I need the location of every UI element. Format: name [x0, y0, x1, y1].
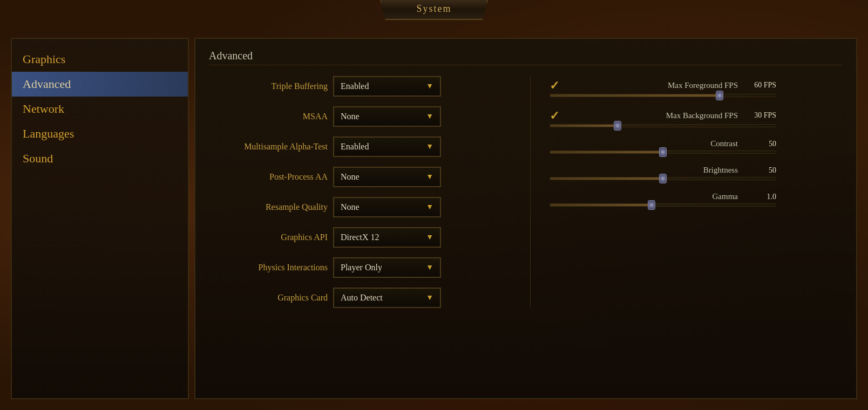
label-gamma: Gamma	[550, 192, 742, 201]
main-container: Graphics Advanced Network Languages Soun…	[11, 38, 857, 399]
slider-track-row-brightness	[550, 177, 776, 180]
slider-brightness: Brightness 50	[550, 166, 776, 180]
checkbox-background-fps[interactable]: ✓	[550, 109, 562, 122]
setting-row-physics: Physics Interactions Player Only ▼	[209, 257, 511, 278]
setting-row-post-process: Post-Process AA None ▼	[209, 167, 511, 187]
slider-fill-gamma	[550, 204, 652, 206]
checkbox-foreground-fps[interactable]: ✓	[550, 79, 562, 92]
slider-thumb-background-fps[interactable]	[614, 121, 621, 131]
slider-fill-brightness	[550, 177, 663, 180]
setting-row-graphics-card: Graphics Card Auto Detect ▼	[209, 288, 511, 308]
sidebar-item-languages[interactable]: Languages	[12, 121, 188, 146]
slider-thumb-foreground-fps[interactable]	[716, 91, 723, 100]
slider-track-gamma[interactable]	[550, 203, 776, 207]
right-panel: ✓ Max Foreground FPS 60 FPS	[550, 76, 776, 308]
sidebar-item-sound[interactable]: Sound	[12, 146, 188, 171]
dropdown-triple-buffering[interactable]: Enabled ▼	[333, 76, 441, 97]
section-title: Advanced	[209, 50, 843, 65]
label-brightness: Brightness	[550, 166, 742, 175]
label-contrast: Contrast	[550, 139, 742, 148]
sidebar-item-network[interactable]: Network	[12, 97, 188, 121]
dropdown-arrow-post-process: ▼	[426, 173, 433, 181]
slider-track-row-background	[550, 124, 776, 127]
label-graphics-api: Graphics API	[209, 233, 328, 242]
label-post-process: Post-Process AA	[209, 172, 328, 182]
slider-fill-foreground-fps	[550, 94, 720, 97]
dropdown-physics[interactable]: Player Only ▼	[333, 257, 441, 278]
slider-track-brightness[interactable]	[550, 177, 776, 180]
dropdown-arrow-multisample: ▼	[426, 142, 433, 151]
two-col-layout: Triple Buffering Enabled ▼ MSAA None ▼	[209, 76, 843, 308]
settings-grid: Triple Buffering Enabled ▼ MSAA None ▼	[209, 76, 511, 308]
slider-track-row-foreground	[550, 94, 776, 97]
title-box: System	[380, 0, 488, 20]
dropdown-graphics-card[interactable]: Auto Detect ▼	[333, 288, 441, 308]
slider-header-gamma: Gamma 1.0	[550, 192, 776, 201]
label-graphics-card: Graphics Card	[209, 293, 328, 303]
sidebar-item-advanced[interactable]: Advanced	[12, 72, 188, 97]
slider-track-row-contrast	[550, 151, 776, 154]
sidebar: Graphics Advanced Network Languages Soun…	[11, 38, 189, 399]
label-foreground-fps: Max Foreground FPS	[567, 81, 742, 90]
label-background-fps: Max Background FPS	[567, 111, 742, 120]
setting-row-triple-buffering: Triple Buffering Enabled ▼	[209, 76, 511, 97]
dropdown-resample[interactable]: None ▼	[333, 197, 441, 217]
dropdown-arrow-graphics-card: ▼	[426, 293, 433, 302]
slider-gamma: Gamma 1.0	[550, 192, 776, 207]
label-physics: Physics Interactions	[209, 263, 328, 272]
setting-row-graphics-api: Graphics API DirectX 12 ▼	[209, 227, 511, 248]
slider-fill-background-fps	[550, 125, 618, 127]
slider-header-background: ✓ Max Background FPS 30 FPS	[550, 109, 776, 122]
dropdown-arrow-resample: ▼	[426, 203, 433, 211]
dropdown-arrow-triple-buffering: ▼	[426, 82, 433, 91]
value-background-fps: 30 FPS	[747, 111, 776, 120]
value-gamma: 1.0	[747, 193, 776, 201]
dropdown-arrow-physics: ▼	[426, 263, 433, 272]
slider-thumb-brightness[interactable]	[659, 174, 667, 183]
value-foreground-fps: 60 FPS	[747, 81, 776, 90]
label-msaa: MSAA	[209, 112, 328, 121]
left-settings: Triple Buffering Enabled ▼ MSAA None ▼	[209, 76, 511, 308]
slider-fill-contrast	[550, 151, 663, 153]
slider-max-background-fps: ✓ Max Background FPS 30 FPS	[550, 109, 776, 127]
dropdown-post-process[interactable]: None ▼	[333, 167, 441, 187]
slider-header-foreground: ✓ Max Foreground FPS 60 FPS	[550, 79, 776, 92]
label-triple-buffering: Triple Buffering	[209, 81, 328, 91]
slider-contrast: Contrast 50	[550, 139, 776, 154]
slider-track-row-gamma	[550, 203, 776, 207]
dropdown-graphics-api[interactable]: DirectX 12 ▼	[333, 227, 441, 248]
setting-row-resample: Resample Quality None ▼	[209, 197, 511, 217]
sidebar-item-graphics[interactable]: Graphics	[12, 47, 188, 72]
value-brightness: 50	[747, 166, 776, 175]
dropdown-msaa[interactable]: None ▼	[333, 106, 441, 127]
slider-track-background-fps[interactable]	[550, 124, 776, 127]
slider-thumb-gamma[interactable]	[648, 200, 655, 210]
dropdown-arrow-graphics-api: ▼	[426, 233, 433, 242]
slider-track-contrast[interactable]	[550, 151, 776, 154]
title-bar: System	[380, 0, 488, 20]
vertical-divider	[530, 76, 531, 308]
slider-thumb-contrast[interactable]	[659, 147, 667, 157]
setting-row-msaa: MSAA None ▼	[209, 106, 511, 127]
value-contrast: 50	[747, 140, 776, 148]
content-area: Advanced Triple Buffering Enabled ▼ MSAA	[194, 38, 857, 399]
dropdown-multisample[interactable]: Enabled ▼	[333, 136, 441, 157]
slider-track-foreground-fps[interactable]	[550, 94, 776, 97]
dropdown-arrow-msaa: ▼	[426, 112, 433, 121]
slider-max-foreground-fps: ✓ Max Foreground FPS 60 FPS	[550, 79, 776, 97]
label-multisample: Multisample Alpha-Test	[209, 142, 328, 152]
window-title: System	[416, 3, 451, 14]
setting-row-multisample: Multisample Alpha-Test Enabled ▼	[209, 136, 511, 157]
label-resample: Resample Quality	[209, 202, 328, 212]
